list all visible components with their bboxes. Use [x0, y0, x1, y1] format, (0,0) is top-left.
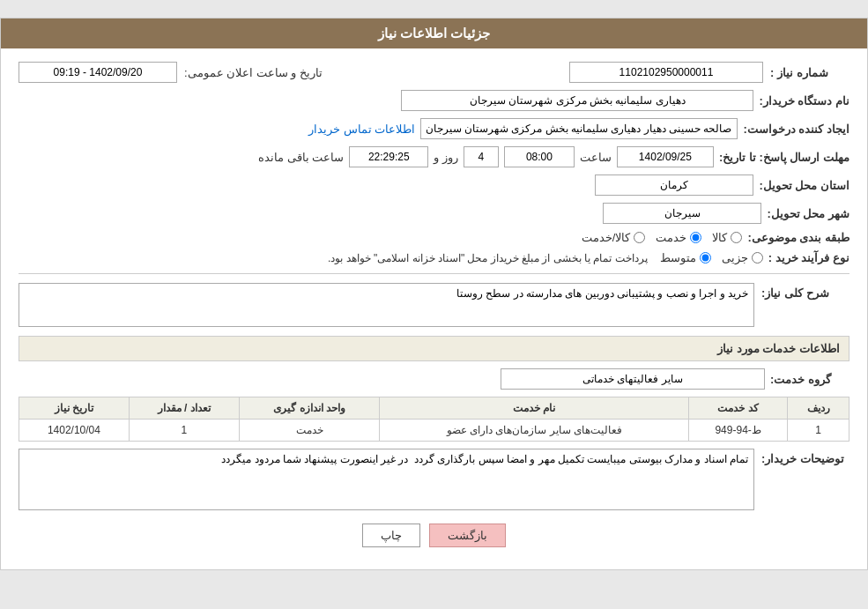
tawsiyat-label: توضیحات خریدار: — [761, 449, 849, 465]
saat-input[interactable] — [504, 146, 575, 167]
cell-count: 1 — [129, 420, 239, 442]
notice-text: پرداخت تمام یا بخشی از مبلغ خریداز محل "… — [328, 252, 648, 264]
cell-name: فعالیت‌های سایر سازمان‌های دارای عضو — [380, 420, 688, 442]
tarikh-group: تاریخ و ساعت اعلان عمومی: — [19, 62, 323, 83]
radio-khadamat-label: خدمت — [656, 231, 686, 244]
print-button[interactable]: چاپ — [362, 524, 420, 547]
tarikh-label: تاریخ و ساعت اعلان عمومی: — [184, 66, 323, 79]
divider-1 — [19, 273, 849, 274]
row-tawsiyat: توضیحات خریدار: تمام اسناد و مدارک بیوست… — [19, 449, 849, 510]
services-header: اطلاعات خدمات مورد نیاز — [19, 336, 849, 361]
back-button[interactable]: بازگشت — [429, 524, 506, 547]
page-title: جزئیات اطلاعات نیاز — [378, 26, 490, 41]
radio-kala[interactable]: کالا — [712, 231, 742, 244]
radio-jozii-input[interactable] — [752, 252, 763, 264]
saat-label: ساعت — [580, 151, 612, 164]
main-content: شماره نیاز : تاریخ و ساعت اعلان عمومی: ن… — [1, 48, 867, 569]
shomara-input[interactable] — [569, 62, 763, 83]
ijad-input[interactable] — [420, 118, 738, 139]
cell-code: ط-94-949 — [688, 420, 787, 442]
mohlat-label: مهلت ارسال پاسخ: تا تاریخ: — [719, 151, 849, 164]
shomara-group: شماره نیاز : — [569, 62, 849, 83]
tarikh-input[interactable] — [19, 62, 177, 83]
rooz-input[interactable] — [464, 146, 499, 167]
table-header-row: ردیف کد خدمت نام خدمت واحد اندازه گیری ت… — [19, 397, 849, 420]
mohlat-date-input[interactable] — [617, 146, 714, 167]
row-farayand: نوع فرآیند خرید : جزیی متوسط پرداخت تمام… — [19, 251, 849, 264]
row-tabaqe: طبقه بندی موضوعی: کالا خدمت کالا/خدمت — [19, 231, 849, 244]
services-table: ردیف کد خدمت نام خدمت واحد اندازه گیری ت… — [19, 397, 849, 442]
table-body: 1 ط-94-949 فعالیت‌های سایر سازمان‌های دا… — [19, 420, 849, 442]
shahr-input[interactable] — [603, 203, 761, 224]
ettelaat-tamas-link[interactable]: اطلاعات تماس خریدار — [308, 123, 415, 136]
radio-kala-label: کالا — [712, 231, 727, 244]
row-gorooh: گروه خدمت: — [19, 368, 849, 390]
row-shahr: شهر محل تحویل: — [19, 203, 849, 224]
cell-unit: خدمت — [239, 420, 380, 442]
cell-radif: 1 — [788, 420, 849, 442]
col-name: نام خدمت — [380, 397, 688, 420]
radio-khadamat[interactable]: خدمت — [656, 231, 701, 244]
col-code: کد خدمت — [688, 397, 787, 420]
radio-khadamat-input[interactable] — [690, 232, 701, 243]
farayand-label: نوع فرآیند خرید : — [768, 251, 849, 264]
tawsiyat-textarea[interactable]: تمام اسناد و مدارک بیوستی میبایست تکمیل … — [19, 449, 754, 510]
radio-kala-khadamat[interactable]: کالا/خدمت — [582, 231, 646, 244]
button-bar: بازگشت چاپ — [19, 524, 849, 547]
rooz-label: روز و — [434, 151, 458, 164]
radio-jozii-label: جزیی — [722, 251, 748, 264]
sharh-textarea[interactable]: خرید و اجرا و نصب و پشتیبانی دوربین های … — [19, 283, 754, 327]
page-header: جزئیات اطلاعات نیاز — [1, 19, 867, 48]
shahr-label: شهر محل تحویل: — [767, 207, 849, 220]
dastgah-label: نام دستگاه خریدار: — [759, 94, 849, 108]
row-shomara: شماره نیاز : تاریخ و ساعت اعلان عمومی: — [19, 62, 849, 83]
row-dastgah: نام دستگاه خریدار: — [19, 90, 849, 111]
shomara-label: شماره نیاز : — [770, 66, 849, 79]
radio-kala-khadamat-input[interactable] — [634, 232, 645, 243]
dastgah-input[interactable] — [401, 90, 753, 111]
radio-motavasset[interactable]: متوسط — [660, 251, 711, 264]
farayand-radio-group: جزیی متوسط — [660, 251, 763, 264]
col-date: تاریخ نیاز — [19, 397, 130, 420]
ostan-label: استان محل تحویل: — [759, 179, 849, 192]
col-count: تعداد / مقدار — [129, 397, 239, 420]
row-mohlat: مهلت ارسال پاسخ: تا تاریخ: ساعت روز و سا… — [19, 146, 849, 167]
baqi-saat-label: ساعت باقی مانده — [258, 151, 344, 164]
cell-date: 1402/10/04 — [19, 420, 130, 442]
gorooh-input[interactable] — [501, 368, 765, 390]
row-sharh: شرح کلی نیاز: خرید و اجرا و نصب و پشتیبا… — [19, 283, 849, 327]
col-unit: واحد اندازه گیری — [239, 397, 380, 420]
tabaqe-radio-group: کالا خدمت کالا/خدمت — [582, 231, 743, 244]
sharh-label: شرح کلی نیاز: — [761, 283, 849, 300]
radio-kala-khadamat-label: کالا/خدمت — [582, 231, 631, 244]
ostan-input[interactable] — [595, 175, 753, 196]
page-wrapper: AnaRender جزئیات اطلاعات نیاز شماره نیاز… — [0, 18, 868, 570]
col-radif: ردیف — [788, 397, 849, 420]
gorooh-label: گروه خدمت: — [770, 373, 849, 386]
ijad-label: ایجاد کننده درخواست: — [743, 123, 849, 136]
tabaqe-label: طبقه بندی موضوعی: — [747, 231, 849, 244]
row-ijad: ایجاد کننده درخواست: اطلاعات تماس خریدار — [19, 118, 849, 139]
table-head: ردیف کد خدمت نام خدمت واحد اندازه گیری ت… — [19, 397, 849, 420]
row-ostan: استان محل تحویل: — [19, 175, 849, 196]
table-row: 1 ط-94-949 فعالیت‌های سایر سازمان‌های دا… — [19, 420, 849, 442]
baqi-saat-input[interactable] — [349, 146, 428, 167]
radio-jozii[interactable]: جزیی — [722, 251, 763, 264]
radio-kala-input[interactable] — [731, 232, 742, 243]
radio-motavasset-input[interactable] — [700, 252, 711, 264]
radio-motavasset-label: متوسط — [660, 251, 696, 264]
